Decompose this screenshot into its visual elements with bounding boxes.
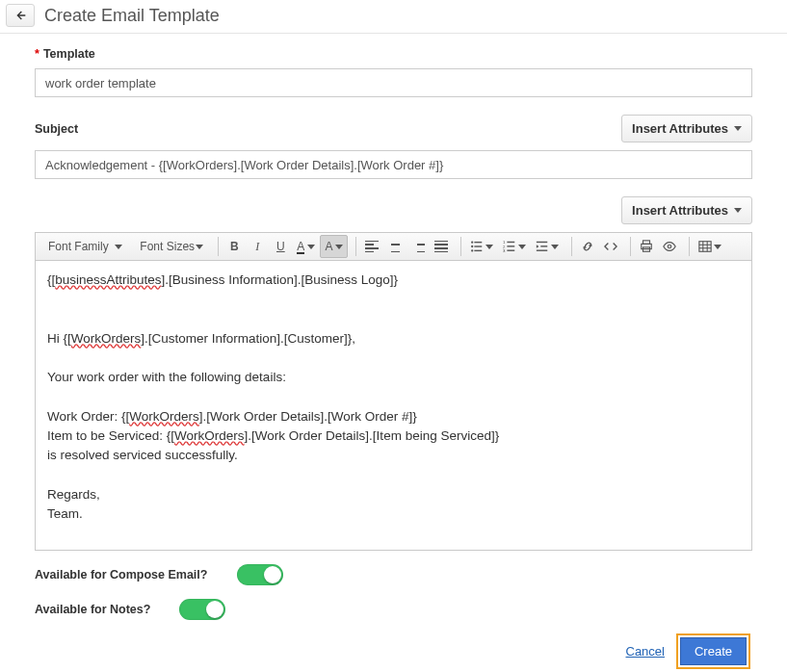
notes-toggle[interactable] — [179, 599, 225, 620]
footer-actions: Cancel Create — [35, 633, 752, 669]
indent-button[interactable] — [531, 235, 564, 258]
font-family-label: Font Family — [48, 240, 109, 253]
compose-toggle[interactable] — [237, 564, 283, 585]
chevron-down-icon — [518, 245, 526, 249]
link-icon — [581, 240, 594, 253]
subject-insert-attributes-button[interactable]: Insert Attributes — [621, 115, 752, 142]
editor-line: Work Order: {[WorkOrders].[Work Order De… — [47, 407, 740, 426]
align-justify-button[interactable] — [430, 235, 453, 258]
text-color-button[interactable]: A — [292, 235, 320, 258]
create-highlight: Create — [676, 633, 750, 669]
preview-button[interactable] — [658, 235, 681, 258]
chevron-down-icon — [196, 245, 203, 249]
svg-rect-3 — [475, 246, 483, 246]
required-asterisk: * — [35, 47, 39, 61]
svg-rect-14 — [537, 250, 547, 251]
eye-icon — [663, 240, 676, 253]
svg-rect-11 — [508, 250, 515, 251]
bullet-list-icon — [470, 240, 484, 253]
number-list-icon: 123 — [503, 240, 516, 253]
align-center-icon — [388, 241, 402, 252]
template-label-row: *Template — [35, 47, 752, 61]
svg-rect-5 — [475, 250, 483, 251]
svg-point-2 — [471, 246, 473, 247]
svg-rect-13 — [541, 246, 548, 246]
print-button[interactable] — [635, 235, 658, 258]
underline-icon: U — [276, 240, 285, 253]
template-input[interactable] — [35, 68, 752, 97]
cancel-link[interactable]: Cancel — [626, 644, 665, 659]
svg-rect-12 — [537, 242, 547, 243]
print-icon — [640, 240, 653, 253]
subject-input[interactable] — [35, 150, 752, 179]
back-arrow-icon — [13, 8, 28, 23]
compose-toggle-label: Available for Compose Email? — [35, 568, 237, 582]
chevron-down-icon — [335, 245, 343, 249]
form-content: *Template Subject Insert Attributes Inse… — [0, 34, 787, 672]
subject-label: Subject — [35, 122, 78, 136]
page-header: Create Email Template — [0, 0, 787, 34]
notes-toggle-label: Available for Notes? — [35, 603, 179, 616]
editor-line: Team. — [47, 504, 740, 524]
body-insert-attributes-button[interactable]: Insert Attributes — [621, 196, 752, 224]
svg-point-0 — [471, 241, 473, 243]
body-actions: Insert Attributes — [35, 196, 752, 224]
chevron-down-icon — [485, 245, 493, 249]
font-size-select[interactable]: Font Sizes — [133, 235, 210, 258]
rich-text-editor: Font Family Font Sizes B I U A A — [35, 232, 752, 551]
svg-rect-7 — [508, 242, 515, 243]
bg-color-button[interactable]: A — [320, 235, 348, 258]
editor-toolbar: Font Family Font Sizes B I U A A — [36, 233, 751, 261]
svg-rect-19 — [699, 242, 711, 252]
svg-text:3: 3 — [503, 248, 506, 253]
chevron-down-icon — [714, 245, 721, 249]
svg-rect-1 — [475, 242, 483, 243]
italic-icon: I — [255, 240, 259, 254]
template-label: Template — [43, 47, 95, 61]
italic-button[interactable]: I — [246, 235, 269, 258]
code-button[interactable] — [599, 235, 622, 258]
editor-line: Regards, — [47, 485, 740, 504]
svg-rect-9 — [508, 246, 515, 246]
back-button[interactable] — [6, 4, 35, 27]
font-family-select[interactable]: Font Family — [41, 235, 129, 258]
align-justify-icon — [434, 241, 448, 252]
notes-toggle-row: Available for Notes? — [35, 599, 752, 620]
chevron-down-icon — [551, 245, 559, 249]
indent-icon — [536, 240, 549, 253]
chevron-down-icon — [734, 208, 742, 213]
editor-line: Your work order with the following detai… — [47, 368, 740, 387]
bg-color-icon: A — [325, 240, 332, 253]
body-insert-attributes-label: Insert Attributes — [632, 203, 728, 218]
bold-button[interactable]: B — [223, 235, 246, 258]
editor-line: Item to be Serviced: {[WorkOrders].[Work… — [47, 426, 740, 446]
chevron-down-icon — [307, 245, 315, 249]
chevron-down-icon — [115, 245, 122, 249]
editor-line: Hi {[WorkOrders].[Customer Information].… — [47, 329, 740, 349]
subject-insert-attributes-label: Insert Attributes — [632, 121, 728, 136]
create-button[interactable]: Create — [680, 637, 747, 665]
font-size-label: Font Sizes — [140, 240, 195, 253]
page-title: Create Email Template — [44, 6, 220, 26]
align-left-button[interactable] — [360, 235, 383, 258]
align-left-icon — [365, 241, 379, 252]
page: Create Email Template *Template Subject … — [0, 0, 787, 672]
link-button[interactable] — [576, 235, 599, 258]
text-color-icon: A — [297, 240, 304, 254]
table-icon — [698, 240, 712, 253]
underline-button[interactable]: U — [269, 235, 292, 258]
bullet-list-button[interactable] — [465, 235, 498, 258]
code-icon — [604, 240, 617, 253]
number-list-button[interactable]: 123 — [498, 235, 531, 258]
align-right-icon — [411, 241, 425, 252]
table-button[interactable] — [694, 235, 726, 258]
editor-body[interactable]: {[businessAttributes].[Business Informat… — [36, 261, 751, 550]
bold-icon: B — [230, 240, 239, 253]
chevron-down-icon — [734, 126, 742, 131]
align-center-button[interactable] — [383, 235, 407, 258]
editor-line: {[businessAttributes].[Business Informat… — [47, 271, 740, 290]
align-right-button[interactable] — [407, 235, 430, 258]
editor-line: is resolved serviced successfully. — [47, 446, 740, 465]
svg-point-18 — [669, 245, 672, 248]
svg-point-4 — [471, 249, 473, 251]
